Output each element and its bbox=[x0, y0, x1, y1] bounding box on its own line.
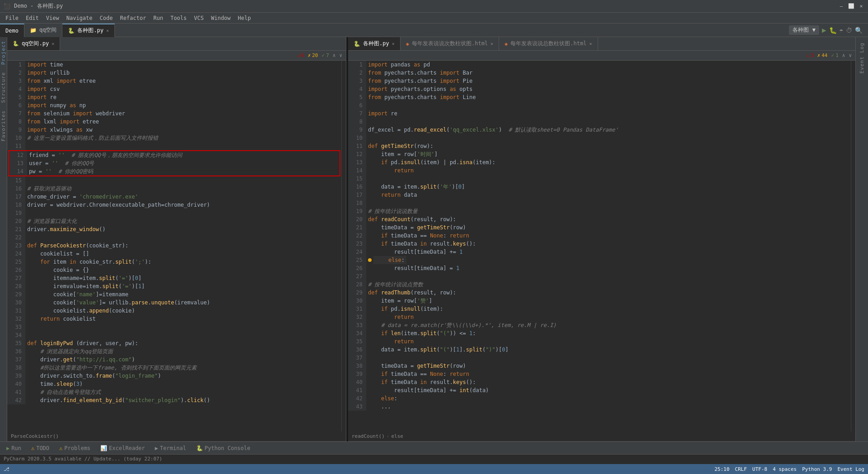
r-line-content-8 bbox=[366, 118, 373, 126]
right-nav-down-btn[interactable]: ∨ bbox=[849, 52, 852, 58]
run-button[interactable]: ▶ bbox=[822, 26, 826, 34]
r-line-num-18: 18 bbox=[348, 199, 366, 207]
line-num-14: 14 bbox=[9, 167, 27, 175]
table-row: 21 driver.maximize_window() bbox=[7, 225, 341, 233]
cursor-position[interactable]: 25:10 bbox=[714, 466, 729, 472]
table-row: 36 data = item.split("(")[1].split(")")[… bbox=[348, 346, 851, 354]
table-row: 39 if timeData == None: return bbox=[348, 370, 851, 378]
r-line-content-28: # 按年统计说说点赞数 bbox=[366, 280, 425, 289]
right-tab-total-chart[interactable]: ◈ 每年发表说说总数柱状图.html ✕ bbox=[499, 37, 598, 51]
python-version[interactable]: Python 3.9 bbox=[802, 466, 832, 472]
right-tab-bar-chart[interactable]: ◈ 每年发表说说次数柱状图.html ✕ bbox=[401, 37, 499, 51]
table-row: 23 if timeData in result.keys(): bbox=[348, 240, 851, 248]
r-line-content-39: if timeData == None: return bbox=[366, 370, 471, 378]
table-row: 40 time.sleep(3) bbox=[7, 380, 341, 388]
bottom-tab-terminal[interactable]: ▶ Terminal bbox=[151, 444, 191, 453]
line-num-1: 1 bbox=[7, 61, 25, 69]
folder-icon: 📁 bbox=[30, 27, 37, 33]
nav-down-btn[interactable]: ∨ bbox=[339, 52, 342, 58]
search-everywhere-button[interactable]: 🔍 bbox=[855, 27, 863, 34]
table-row: 41 result[timeData] += int(data) bbox=[348, 386, 851, 394]
line-num-21: 21 bbox=[7, 225, 25, 233]
project-tab-charts[interactable]: 🐍 各种图.py ✕ bbox=[62, 24, 115, 37]
left-editor-tab-qq[interactable]: 🐍 qq空间.py ✕ bbox=[7, 37, 60, 51]
status-bar-left: ⎇ bbox=[4, 466, 9, 472]
left-code-area: 1 import time 2 import urllib 3 from xml… bbox=[7, 61, 346, 431]
right-tab-bar-chart-close[interactable]: ✕ bbox=[491, 41, 493, 46]
line-num-17: 17 bbox=[7, 193, 25, 201]
event-log-label[interactable]: Event Log bbox=[858, 39, 866, 77]
project-tab-demo[interactable]: Demo bbox=[0, 24, 24, 37]
line-ending[interactable]: CRLF bbox=[735, 466, 747, 472]
title-bar-left: ⬛ Demo - 各种图.py bbox=[4, 2, 63, 10]
right-tab-total-chart-close[interactable]: ✕ bbox=[589, 41, 592, 46]
structure-panel-label[interactable]: Structure bbox=[0, 68, 7, 107]
event-log[interactable]: Event Log bbox=[837, 466, 864, 472]
menu-view[interactable]: View bbox=[42, 14, 63, 22]
table-row: 20 # 浏览器窗口最大化 bbox=[7, 217, 341, 225]
menu-help[interactable]: Help bbox=[234, 14, 255, 22]
right-tab-charts-label: 各种图.py bbox=[363, 40, 389, 47]
debug-button[interactable]: 🐛 bbox=[829, 27, 837, 34]
left-code-editor[interactable]: 1 import time 2 import urllib 3 from xml… bbox=[7, 61, 341, 431]
right-tab-charts[interactable]: 🐍 各种图.py ✕ bbox=[348, 37, 401, 51]
right-code-editor[interactable]: 1 import pandas as pd 2 from pyecharts.c… bbox=[348, 61, 851, 431]
indent[interactable]: 4 spaces bbox=[773, 466, 797, 472]
menu-vcs[interactable]: VCS bbox=[190, 14, 208, 22]
bottom-tab-todo[interactable]: ⚠ TODO bbox=[27, 444, 54, 453]
line-num-22: 22 bbox=[7, 233, 25, 242]
r-line-content-20: def readCount(result, row): bbox=[366, 215, 458, 223]
left-editor-tab-close[interactable]: ✕ bbox=[52, 41, 54, 46]
menu-code[interactable]: Code bbox=[96, 14, 117, 22]
r-line-num-34: 34 bbox=[348, 329, 366, 337]
bottom-tab-run[interactable]: ▶ Run bbox=[2, 444, 26, 453]
menu-refactor[interactable]: Refactor bbox=[116, 14, 150, 22]
project-panel-label[interactable]: Project bbox=[0, 37, 7, 68]
r-line-num-32: 32 bbox=[348, 313, 366, 321]
bottom-tab-excel[interactable]: 📊 ExcelReader bbox=[96, 444, 149, 453]
line-num-19: 19 bbox=[7, 209, 25, 217]
right-nav-up-btn[interactable]: ∧ bbox=[842, 52, 845, 58]
encoding[interactable]: UTF-8 bbox=[752, 466, 767, 472]
line-content-42: driver.find_element_by_id("switcher_plog… bbox=[25, 396, 212, 404]
maximize-button[interactable]: ⬜ bbox=[848, 3, 854, 9]
line-num-28: 28 bbox=[7, 282, 25, 290]
menu-file[interactable]: File bbox=[2, 14, 22, 22]
run-config-dropdown[interactable]: 各种图 ▼ bbox=[789, 25, 819, 35]
bottom-tab-python-console-label: Python Console bbox=[205, 445, 250, 451]
favorites-panel-label[interactable]: Favorites bbox=[0, 107, 7, 145]
line-content-30: cookie['value']= urllib.parse.unquote(ir… bbox=[25, 299, 212, 307]
table-row: 35 return bbox=[348, 337, 851, 346]
menu-navigate[interactable]: Navigate bbox=[63, 14, 96, 22]
bottom-tab-problems[interactable]: ⚠ Problems bbox=[55, 444, 95, 453]
close-button[interactable]: ✕ bbox=[858, 3, 864, 9]
r-line-num-3: 3 bbox=[348, 77, 366, 85]
r-line-content-27 bbox=[366, 272, 373, 280]
table-row: 8 bbox=[348, 118, 851, 126]
left-info-num: 7 bbox=[326, 52, 329, 58]
r-line-num-42: 42 bbox=[348, 394, 366, 403]
table-row: 12 friend = '' # 朋友的QQ号，朋友的空间要求允许你能访问 bbox=[9, 151, 340, 159]
menu-window[interactable]: Window bbox=[208, 14, 234, 22]
line-num-40: 40 bbox=[7, 380, 25, 388]
line-num-9: 9 bbox=[7, 126, 25, 134]
table-row: 29 cookie['name']=itemname bbox=[7, 290, 341, 299]
minimize-button[interactable]: — bbox=[838, 3, 844, 9]
r-line-num-7: 7 bbox=[348, 109, 366, 118]
charts-tab-close[interactable]: ✕ bbox=[106, 28, 109, 33]
r-line-content-1: import pandas as pd bbox=[366, 61, 432, 69]
right-tab-charts-close[interactable]: ✕ bbox=[392, 41, 395, 46]
table-row: 28 # 按年统计说说点赞数 bbox=[348, 280, 851, 289]
table-row: 34 bbox=[7, 331, 341, 339]
bottom-tab-python-console[interactable]: 🐍 Python Console bbox=[192, 444, 255, 453]
project-tab-bar: Demo 📁 qq空间 🐍 各种图.py ✕ 各种图 ▼ ▶ 🐛 ☂ ⏱ 🔍 bbox=[0, 24, 868, 37]
line-content-32: return cookielist bbox=[25, 315, 98, 323]
coverage-button[interactable]: ☂ bbox=[840, 27, 843, 34]
profile-button[interactable]: ⏱ bbox=[846, 27, 852, 34]
r-line-content-5: from pyecharts.charts import Line bbox=[366, 93, 477, 101]
nav-up-btn[interactable]: ∧ bbox=[333, 52, 336, 58]
menu-tools[interactable]: Tools bbox=[167, 14, 190, 22]
menu-run[interactable]: Run bbox=[150, 14, 167, 22]
project-tab-qq[interactable]: 📁 qq空间 bbox=[24, 24, 62, 37]
menu-edit[interactable]: Edit bbox=[22, 14, 42, 22]
